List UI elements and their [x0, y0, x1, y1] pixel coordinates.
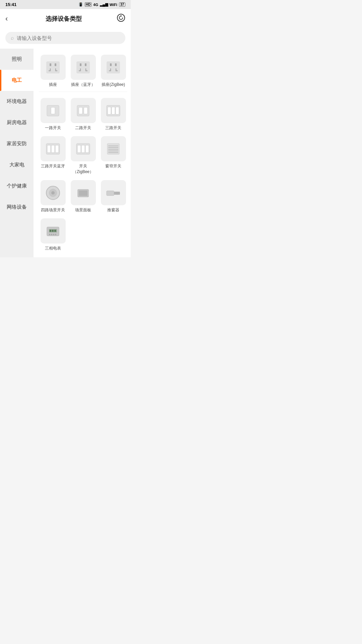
page-title: 选择设备类型 — [10, 15, 117, 23]
switch-grid-1: 一路开关 二路开关 — [39, 95, 127, 133]
motor-icon — [101, 180, 126, 205]
switch-1-icon — [41, 98, 66, 123]
svg-rect-50 — [79, 191, 87, 196]
device-scene-4[interactable]: 四路场景开关 — [39, 180, 67, 213]
device-socket-bt-label: 插座（蓝牙） — [71, 82, 95, 88]
svg-rect-30 — [112, 107, 115, 114]
svg-marker-1 — [120, 15, 122, 16]
switch-2-icon — [71, 98, 96, 123]
svg-rect-54 — [116, 192, 117, 195]
device-switch-3[interactable]: 三路开关 — [99, 98, 127, 131]
sidebar-item-health[interactable]: 个护健康 — [0, 175, 34, 197]
device-switch-3-bt[interactable]: 三路开关蓝牙 — [39, 136, 67, 175]
svg-rect-17 — [110, 63, 112, 66]
socket-zigbee-icon — [101, 55, 126, 80]
section-divider-1 — [39, 92, 127, 92]
sidebar-item-lighting[interactable]: 照明 — [0, 49, 34, 70]
svg-rect-33 — [47, 145, 51, 153]
sidebar-item-kitchen[interactable]: 厨房电器 — [0, 112, 34, 133]
device-switch-2[interactable]: 二路开关 — [69, 98, 97, 131]
device-socket-label: 插座 — [49, 82, 57, 88]
svg-rect-11 — [85, 63, 86, 66]
header: ‹ 选择设备类型 — [0, 9, 131, 29]
svg-point-48 — [51, 191, 55, 195]
status-bar: 15:41 📳 HD 4G ▂▄▆ WiFi 37 — [0, 0, 131, 9]
device-socket-bt[interactable]: 插座（蓝牙） — [69, 55, 97, 88]
device-motor[interactable]: 推窗器 — [99, 180, 127, 213]
search-icon: ⌕ — [11, 35, 14, 41]
device-curtain-label: 窗帘开关 — [105, 163, 121, 169]
meter-grid: 三相电表 — [39, 216, 127, 254]
scene-knob-icon — [41, 180, 66, 205]
svg-rect-39 — [85, 145, 89, 153]
svg-rect-26 — [79, 107, 82, 114]
svg-rect-51 — [107, 191, 114, 196]
refresh-icon[interactable] — [117, 13, 125, 24]
svg-rect-4 — [55, 63, 56, 66]
svg-rect-38 — [81, 145, 85, 153]
device-socket-zigbee-label: 插座(ZigBee) — [102, 82, 125, 88]
sidebar-item-network[interactable]: 网络设备 — [0, 197, 34, 218]
socket-bt-icon — [71, 55, 96, 80]
device-scene-panel[interactable]: 场景面板 — [69, 180, 97, 213]
svg-rect-24 — [51, 107, 55, 114]
svg-rect-59 — [50, 230, 51, 232]
svg-rect-37 — [77, 145, 81, 153]
device-switch-1[interactable]: 一路开关 — [39, 98, 67, 131]
device-switch-zigbee-label: 开关（ZigBee） — [69, 163, 97, 175]
svg-rect-9 — [76, 61, 90, 73]
status-icons: 📳 HD 4G ▂▄▆ WiFi 37 — [78, 2, 125, 7]
search-input[interactable] — [17, 35, 120, 41]
switch-3-bt-icon — [41, 136, 66, 161]
device-scene-4-label: 四路场景开关 — [41, 207, 65, 213]
svg-rect-27 — [84, 107, 87, 114]
sidebar-item-env-appliance[interactable]: 环境电器 — [0, 91, 34, 112]
svg-rect-31 — [116, 107, 119, 114]
device-switch-1-label: 一路开关 — [45, 125, 61, 131]
svg-rect-3 — [50, 63, 51, 66]
sidebar-item-major-appliance[interactable]: 大家电 — [0, 154, 34, 175]
device-switch-3-label: 三路开关 — [105, 125, 121, 131]
svg-rect-65 — [55, 234, 56, 235]
sidebar-item-electrician[interactable]: 电工 — [0, 70, 34, 91]
content-area: 插座 插座（蓝牙） — [34, 49, 131, 257]
svg-rect-10 — [80, 63, 81, 66]
svg-rect-16 — [107, 61, 120, 73]
device-meter[interactable]: 三相电表 — [39, 218, 67, 251]
svg-rect-18 — [115, 63, 117, 66]
svg-rect-53 — [115, 192, 115, 195]
device-curtain[interactable]: 窗帘开关 — [99, 136, 127, 175]
meter-icon — [41, 218, 66, 244]
svg-rect-64 — [53, 234, 54, 235]
svg-rect-56 — [119, 192, 119, 195]
main-layout: 照明 电工 环境电器 厨房电器 家居安防 大家电 个护健康 网络设备 — [0, 49, 131, 257]
switch-grid-2: 三路开关蓝牙 开关（ZigBee） — [39, 133, 127, 177]
sidebar: 照明 电工 环境电器 厨房电器 家居安防 大家电 个护健康 网络设备 — [0, 49, 34, 257]
status-time: 15:41 — [5, 2, 16, 7]
sidebar-item-security[interactable]: 家居安防 — [0, 133, 34, 154]
switch-zigbee-icon — [71, 136, 96, 161]
device-switch-2-label: 二路开关 — [75, 125, 91, 131]
device-meter-label: 三相电表 — [45, 246, 61, 251]
device-scene-panel-label: 场景面板 — [75, 207, 91, 213]
svg-rect-62 — [49, 234, 50, 235]
socket-grid: 插座 插座（蓝牙） — [39, 52, 127, 90]
svg-rect-34 — [51, 145, 55, 153]
search-input-wrap[interactable]: ⌕ — [5, 32, 125, 44]
device-switch-zigbee[interactable]: 开关（ZigBee） — [69, 136, 97, 175]
svg-rect-63 — [51, 234, 52, 235]
socket-icon — [41, 55, 66, 80]
device-socket[interactable]: 插座 — [39, 55, 67, 88]
switch-3-icon — [101, 98, 126, 123]
svg-rect-2 — [46, 61, 60, 73]
svg-rect-61 — [54, 230, 56, 232]
device-motor-label: 推窗器 — [107, 207, 119, 213]
curtain-icon — [101, 136, 126, 161]
back-button[interactable]: ‹ — [5, 13, 10, 24]
search-bar: ⌕ — [0, 29, 131, 49]
svg-rect-35 — [55, 145, 59, 153]
svg-rect-29 — [108, 107, 111, 114]
device-socket-zigbee[interactable]: 插座(ZigBee) — [99, 55, 127, 88]
scene-grid: 四路场景开关 场景面板 — [39, 177, 127, 216]
scene-panel-icon — [71, 180, 96, 205]
